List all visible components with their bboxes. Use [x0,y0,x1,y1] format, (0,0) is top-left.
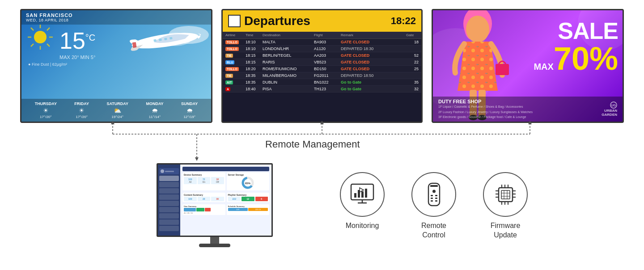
dashboard-header-bar [182,167,269,171]
svg-rect-51 [430,185,438,187]
svg-rect-15 [169,37,173,40]
svg-marker-35 [528,121,532,124]
monitoring-circle [340,172,385,217]
svg-text:UG: UG [611,104,616,107]
svg-rect-16 [132,42,137,48]
weather-city: SAN FRANCISCO [26,13,207,18]
screens-row: SAN FRANCISCO WED, 18 APRIL 2018 [0,0,644,123]
weather-temp: 15°C [59,29,95,52]
table-row: TIE 18:15 BERLIN/TEGEL AA203 GATE CLOSED… [223,52,421,59]
sidebar-item [159,207,179,212]
sale-brand: UG URBANGARDEN [602,101,617,117]
sale-store-label: DUTY FREE SHOP 1F Liquor / Cosmetic & Pe… [438,99,533,119]
table-row: TIE 18:35 MILAN/BERGAMO FG2011 DEPARTED … [223,72,421,79]
remote-control-icon [426,182,442,207]
weather-screen-wrapper: SAN FRANCISCO WED, 18 APRIL 2018 [20,9,212,123]
monitor-stand-neck [210,237,219,244]
forecast-sunday: SUNDAY 🌧 12°/19° [181,101,198,119]
forecast-thursday: THURSDAY ☀ 17°/20° [35,101,57,119]
svg-text:65%: 65% [245,182,251,185]
features-block: Monitoring Rem [340,172,528,240]
sidebar-item [159,201,179,206]
sale-percent: 70% [554,42,618,75]
airplane-icon [117,21,211,71]
management-block: Device Summary 100All 72On 18Off Server … [116,163,313,247]
svg-rect-53 [431,195,433,196]
weather-screen: SAN FRANCISCO WED, 18 APRIL 2018 [20,9,212,123]
svg-marker-33 [320,121,324,124]
sale-content: SALE MAX 70% [534,19,618,75]
svg-rect-59 [499,188,513,202]
remote-management-label: Remote Management [265,139,360,150]
svg-rect-46 [365,189,367,198]
sale-title: SALE [534,19,618,42]
monitoring-icon [349,183,376,206]
svg-rect-43 [354,193,356,198]
sidebar-item [159,188,179,194]
svg-rect-45 [361,191,364,198]
svg-rect-56 [435,198,437,199]
departures-clock: 18:22 [391,15,416,27]
sale-screen: SALE MAX 70% DUTY FREE SHOP 1F Liquor / … [432,9,624,123]
table-row: TOLLO 18:10 LONDON/LHR A1120 DEPARTED 18… [223,46,421,52]
sidebar-item [159,219,179,225]
departures-col-headers: Airline Time Destination Flight Remark G… [223,32,421,39]
departures-screen: ✈ Departures 18:22 Airline Time Destinat… [221,9,423,123]
departures-header: ✈ Departures 18:22 [223,10,421,32]
dashboard-sidebar [158,165,180,236]
svg-rect-13 [159,38,162,41]
sale-floor-info: 1F Liquor / Cosmetic & Perfume / Shoes &… [438,104,533,119]
svg-rect-23 [496,64,509,75]
forecast-monday: MONDAY 🌧 11°/14° [146,101,163,119]
monitoring-label: Monitoring [346,221,379,231]
sidebar-item [159,213,179,219]
svg-rect-54 [435,195,437,196]
departures-plane-icon: ✈ [228,15,241,27]
feature-monitoring: Monitoring [340,172,385,240]
sidebar-item [159,182,179,187]
dashboard-screen: Device Summary 100All 72On 18Off Server … [157,163,273,237]
svg-rect-55 [431,198,433,199]
firmware-update-circle [483,172,528,217]
remote-control-circle [411,172,456,217]
sidebar-item [159,226,179,231]
monitor-stand-base [199,244,230,247]
bottom-section: Device Summary 100All 72On 18Off Server … [0,163,644,247]
svg-rect-58 [435,200,437,202]
svg-point-52 [432,190,436,193]
weather-minmax: MAX 20° MIN 5° [59,55,95,60]
feature-remote-control: RemoteControl [411,172,456,240]
remote-control-label: RemoteControl [421,221,446,240]
table-row: AIT 18:35 DUBLIN BN1022 Go to Gate 35 [223,79,421,86]
departures-title: ✈ Departures [228,14,310,28]
feature-firmware-update: FirmwareUpdate [483,172,528,240]
svg-point-19 [466,16,489,42]
svg-marker-38 [195,157,199,161]
firmware-update-label: FirmwareUpdate [491,221,521,240]
table-row: A 18:40 PISA TH123 Go to Gate 32 [223,86,421,93]
connection-area: Remote Management [0,121,644,161]
sidebar-item [159,194,179,200]
forecast-friday: FRIDAY ☀ 17°/20° [74,101,89,119]
table-row: TOLLO 18:20 ROME/FIUMICINO BD150 GATE CL… [223,66,421,72]
svg-rect-12 [153,39,157,42]
weather-forecast: THURSDAY ☀ 17°/20° FRIDAY ☀ 17°/20° SATU… [21,99,211,122]
svg-rect-60 [501,190,510,199]
departures-screen-wrapper: ✈ Departures 18:22 Airline Time Destinat… [221,9,423,123]
table-row: TOLLO 18:10 MALTA BA903 GATE CLOSED 18 [223,39,421,46]
dashboard-main: Device Summary 100All 72On 18Off Server … [180,165,271,236]
svg-marker-31 [111,121,114,124]
sale-footer: DUTY FREE SHOP 1F Liquor / Cosmetic & Pe… [433,97,623,122]
sidebar-item [159,176,179,181]
table-row: BLU 18:15 RARIS VB523 GATE CLOSED 22 [223,59,421,66]
dashboard-monitor: Device Summary 100All 72On 18Off Server … [152,163,277,247]
firmware-update-icon [493,182,518,207]
svg-rect-57 [431,200,433,202]
sale-screen-wrapper: SALE MAX 70% DUTY FREE SHOP 1F Liquor / … [432,9,624,123]
departures-title-text: Departures [244,14,310,28]
forecast-saturday: SATURDAY ⛅ 19°/24° [106,101,128,119]
dashboard-inner: Device Summary 100All 72On 18Off Server … [158,165,271,236]
sale-max-label: MAX [534,62,553,72]
svg-rect-14 [164,38,167,40]
